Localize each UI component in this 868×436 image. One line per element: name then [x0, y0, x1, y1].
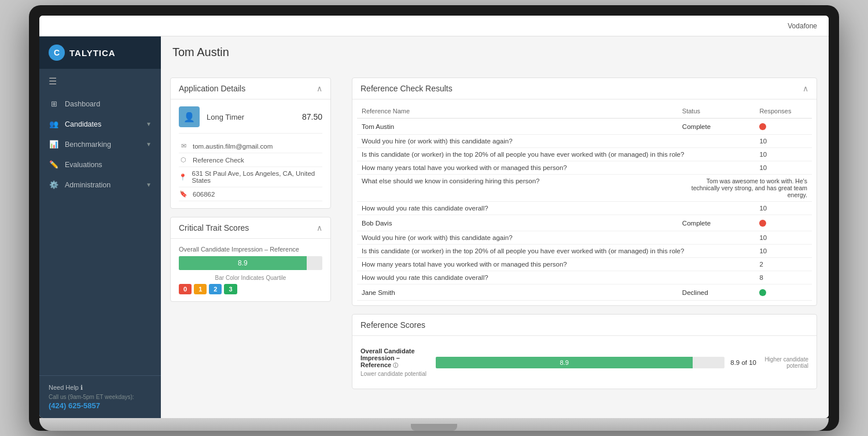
ref-question: Is this candidate (or worker) in the top… — [357, 148, 755, 161]
collapse-icon[interactable]: ∧ — [803, 84, 808, 93]
sidebar-item-evaluations[interactable]: ✏️ Evaluations — [39, 154, 161, 175]
col-responses: Responses — [755, 104, 812, 119]
trait-bar-fill: 8.9 — [179, 256, 307, 270]
table-row: Would you hire (or work with) this candi… — [357, 231, 812, 245]
location-icon: 📍 — [179, 173, 187, 181]
ref-question: How would you rate this candidate overal… — [357, 271, 755, 284]
sidebar-item-dashboard[interactable]: ⊞ Dashboard — [39, 94, 161, 114]
ref-answer: 10 — [755, 161, 812, 175]
candidates-icon: 👥 — [49, 120, 59, 128]
score-bar-fill: 8.9 — [436, 357, 693, 368]
address-value: 631 St Paul Ave, Los Angeles, CA, United… — [192, 170, 322, 184]
sidebar-item-label: Administration — [65, 181, 111, 189]
logo-text: TALYTICA — [69, 48, 116, 58]
hamburger-icon[interactable]: ☰ — [39, 71, 161, 91]
reference-check-title: Reference Check Results — [361, 84, 453, 93]
ref-name: Tom Austin — [357, 119, 678, 135]
need-help-text: Need Help ℹ — [49, 384, 152, 391]
critical-trait-title: Critical Trait Scores — [179, 223, 249, 232]
critical-trait-header: Critical Trait Scores ∧ — [171, 217, 330, 239]
ref-answer: 8 — [755, 271, 812, 284]
address-row: 📍 631 St Paul Ave, Los Angeles, CA, Unit… — [179, 167, 322, 187]
benchmarking-icon: 📊 — [49, 140, 59, 149]
ref-question: How many years total have you worked wit… — [357, 258, 755, 271]
topbar: Vodafone — [39, 16, 829, 36]
reference-icon: ⬡ — [179, 156, 188, 164]
ref-question: How many years total have you worked wit… — [357, 161, 755, 175]
avatar: 👤 — [179, 106, 200, 127]
critical-trait-body: Overall Candidate Impression – Reference… — [171, 239, 330, 301]
left-panel: Application Details ∧ 👤 Long Timer 87.50 — [161, 68, 340, 418]
reference-check-body: Reference Name Status Responses T — [352, 99, 816, 305]
score-high-label: Higher candidate potential — [762, 356, 808, 369]
table-row: How many years total have you worked wit… — [357, 258, 812, 271]
sidebar-item-label: Benchmarking — [65, 141, 111, 149]
chevron-down-icon: ▼ — [146, 141, 152, 147]
table-row: How would you rate this candidate overal… — [357, 271, 812, 284]
score-low-label: Lower candidate potential — [361, 371, 430, 377]
sidebar-nav: ⊞ Dashboard 👥 Candidates ▼ 📊 Benchmarkin… — [39, 91, 161, 375]
ref-name: Bob Davis — [357, 215, 678, 231]
id-row: 🔖 606862 — [179, 187, 322, 201]
sidebar-item-administration[interactable]: ⚙️ Administration ▼ — [39, 175, 161, 195]
page-title: Tom Austin — [172, 46, 817, 59]
score-label-col: Overall Candidate Impression – Reference… — [361, 348, 430, 377]
ref-status: Complete — [678, 119, 755, 135]
app-header-row: 👤 Long Timer 87.50 — [179, 106, 322, 134]
ref-status: Declined — [678, 284, 755, 301]
sidebar-item-label: Evaluations — [65, 161, 102, 169]
sidebar-item-benchmarking[interactable]: 📊 Benchmarking ▼ — [39, 134, 161, 154]
ref-answer: 10 — [755, 135, 812, 148]
quartile-0: 0 — [179, 284, 192, 294]
ref-answer-text: Tom was awesome to work with. He's techn… — [678, 175, 812, 202]
logo: C TALYTICA — [39, 36, 161, 69]
table-row: Would you hire (or work with) this candi… — [357, 135, 812, 148]
table-row: Bob Davis Complete — [357, 215, 812, 231]
ref-question: Is this candidate (or worker) in the top… — [357, 245, 755, 258]
table-row: Is this candidate (or worker) in the top… — [357, 148, 812, 161]
phone-number: (424) 625-5857 — [49, 401, 152, 410]
application-details-title: Application Details — [179, 84, 245, 93]
sidebar-item-label: Dashboard — [65, 100, 100, 108]
chevron-down-icon: ▼ — [146, 121, 152, 127]
reference-check-header: Reference Check Results ∧ — [352, 78, 816, 99]
critical-trait-scores-card: Critical Trait Scores ∧ Overall Candidat… — [170, 217, 331, 302]
score-row: Overall Candidate Impression – Reference… — [361, 343, 808, 382]
app-role: Long Timer — [207, 113, 302, 121]
trait-name: Overall Candidate Impression – Reference — [179, 246, 322, 253]
id-value: 606862 — [193, 191, 215, 198]
score-label: Overall Candidate Impression – Reference… — [361, 348, 430, 370]
reference-table: Reference Name Status Responses T — [357, 104, 812, 301]
ref-answer: 10 — [755, 148, 812, 161]
sidebar-item-label: Candidates — [65, 120, 101, 128]
email-icon: ✉ — [179, 142, 188, 150]
quartile-boxes: 0 1 2 3 — [179, 284, 322, 294]
table-row: What else should we know in considering … — [357, 175, 812, 202]
table-row: Is this candidate (or worker) in the top… — [357, 245, 812, 258]
collapse-icon[interactable]: ∧ — [317, 223, 322, 232]
ref-answer: 2 — [755, 258, 812, 271]
admin-icon: ⚙️ — [49, 180, 59, 189]
application-details-header: Application Details ∧ — [171, 78, 330, 99]
email-value: tom.austin.film@gmail.com — [193, 143, 273, 150]
quartile-3: 3 — [224, 284, 237, 294]
ref-status: Complete — [678, 215, 755, 231]
reference-scores-title: Reference Scores — [361, 320, 425, 330]
ref-dot — [755, 215, 812, 231]
ref-answer: 10 — [755, 245, 812, 258]
table-row: How many years total have you worked wit… — [357, 161, 812, 175]
collapse-icon[interactable]: ∧ — [317, 84, 322, 93]
ref-name: Jane Smith — [357, 284, 678, 301]
quartile-1: 1 — [194, 284, 207, 294]
ref-answer: 10 — [755, 231, 812, 245]
col-name: Reference Name — [357, 104, 678, 119]
main-content: Tom Austin Application Details ∧ — [161, 36, 829, 418]
table-row: How would you rate this candidate overal… — [357, 202, 812, 215]
sidebar-item-candidates[interactable]: 👥 Candidates ▼ — [39, 114, 161, 134]
reference-check-card: Reference Check Results ∧ Reference Name… — [352, 77, 817, 306]
email-row: ✉ tom.austin.film@gmail.com — [179, 139, 322, 153]
sidebar-footer: Need Help ℹ Call us (9am-5pm ET weekdays… — [39, 375, 161, 418]
ref-dot — [755, 119, 812, 135]
ref-question: What else should we know in considering … — [357, 175, 678, 202]
app-score: 87.50 — [302, 112, 322, 121]
